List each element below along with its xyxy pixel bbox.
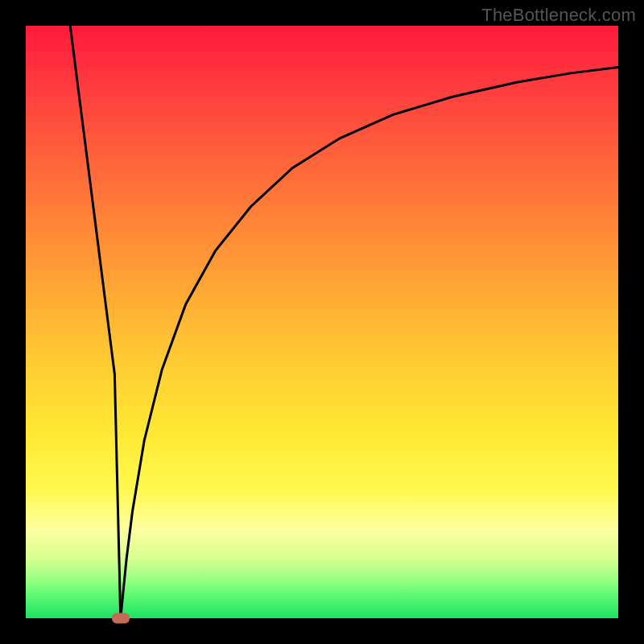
chart-curve-layer (26, 26, 618, 618)
curve-left-branch (70, 26, 121, 618)
watermark-text: TheBottleneck.com (481, 5, 636, 26)
curve-right-branch (121, 68, 618, 618)
chart-frame: TheBottleneck.com (0, 0, 644, 644)
curve-vertex-marker (112, 613, 130, 624)
